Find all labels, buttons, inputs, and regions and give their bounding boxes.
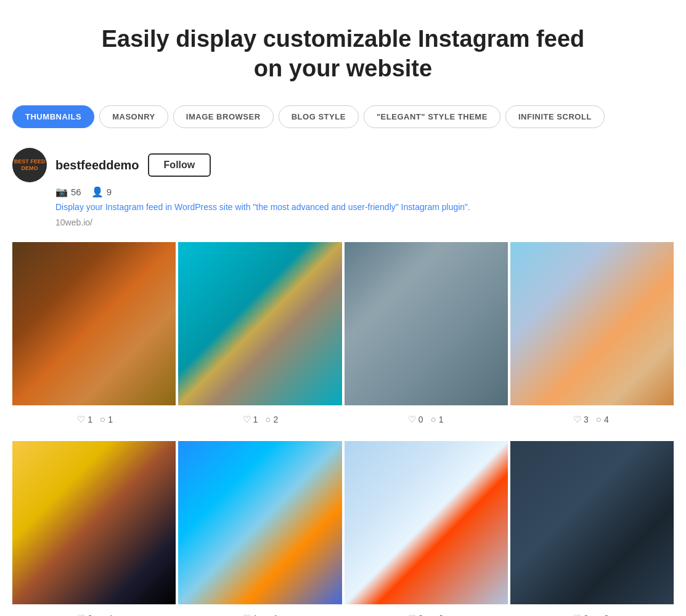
likes-door: ♡ 0	[77, 613, 92, 616]
image-boat[interactable]	[178, 441, 341, 604]
heart-icon: ♡	[408, 613, 416, 616]
image-surfer[interactable]	[510, 242, 674, 405]
likes-teapot-value: 0	[584, 614, 589, 616]
follower-count: 👤 9	[91, 186, 112, 198]
comment-icon: ○	[100, 414, 105, 424]
likes-surfer: ♡ 3	[573, 414, 589, 425]
likes-climbing: ♡ 0	[408, 613, 423, 616]
likes-pumpkin: ♡ 1	[77, 414, 92, 425]
follower-count-value: 9	[107, 187, 112, 197]
heart-icon: ♡	[408, 414, 416, 425]
stats-boat: ♡ 1 ○ 1	[178, 607, 343, 616]
likes-surfer-value: 3	[584, 415, 589, 424]
camera-icon: 📷	[55, 186, 68, 198]
stats-surfer: ♡ 3 ○ 4	[508, 408, 674, 431]
comment-icon: ○	[596, 614, 602, 616]
likes-building: ♡ 0	[408, 414, 423, 425]
stats-climbing: ♡ 0 ○ 0	[343, 607, 508, 616]
likes-pumpkin-value: 1	[88, 415, 92, 424]
likes-door-value: 0	[88, 614, 92, 616]
likes-teapot: ♡ 0	[573, 613, 589, 616]
stats-door: ♡ 0 ○ 4	[12, 607, 178, 616]
likes-climbing-value: 0	[419, 614, 423, 616]
comments-climbing-value: 0	[439, 614, 444, 616]
comments-building: ○ 1	[431, 414, 444, 424]
comments-boat: ○ 1	[265, 614, 278, 616]
profile-bio: Display your Instagram feed in WordPress…	[55, 201, 674, 214]
comments-aerial-value: 2	[273, 415, 278, 424]
heart-icon: ♡	[573, 613, 581, 616]
comments-door-value: 4	[108, 614, 113, 616]
image-grid-row1	[12, 242, 674, 405]
heart-icon: ♡	[243, 414, 251, 425]
comment-icon: ○	[431, 614, 436, 616]
image-pumpkin[interactable]	[12, 242, 176, 405]
image-aerial[interactable]	[178, 242, 341, 405]
stats-pumpkin: ♡ 1 ○ 1	[12, 408, 178, 431]
avatar: BEST FEED DEMO	[12, 148, 47, 182]
photo-count-value: 56	[71, 187, 81, 197]
comments-teapot-value: 0	[604, 614, 609, 616]
tabs-row: THUMBNAILS MASONRY IMAGE BROWSER BLOG ST…	[12, 105, 674, 128]
profile-stats: 📷 56 👤 9	[55, 186, 674, 198]
comments-door: ○ 4	[100, 614, 113, 616]
comments-surfer: ○ 4	[596, 414, 609, 424]
comment-icon: ○	[265, 414, 271, 424]
image-grid-row2	[12, 441, 674, 604]
tab-masonry[interactable]: MASONRY	[99, 105, 168, 128]
page-wrapper: Easily display customizable Instagram fe…	[0, 0, 686, 616]
stats-aerial: ♡ 1 ○ 2	[178, 408, 343, 431]
tab-elegant-style[interactable]: "ELEGANT" STYLE THEME	[364, 105, 500, 128]
comments-climbing: ○ 0	[431, 614, 444, 616]
heart-icon: ♡	[573, 414, 581, 425]
comment-icon: ○	[265, 614, 271, 616]
likes-aerial: ♡ 1	[243, 414, 258, 425]
comments-aerial: ○ 2	[265, 414, 278, 424]
comments-surfer-value: 4	[604, 415, 609, 424]
image-climbing[interactable]	[345, 441, 508, 604]
comment-icon: ○	[431, 414, 436, 424]
heart-icon: ♡	[77, 613, 85, 616]
tab-image-browser[interactable]: IMAGE BROWSER	[173, 105, 274, 128]
profile-row: BEST FEED DEMO bestfeeddemo Follow	[12, 148, 674, 182]
comments-building-value: 1	[439, 415, 444, 424]
likes-aerial-value: 1	[253, 415, 258, 424]
tab-infinite-scroll[interactable]: INFINITE SCROLL	[505, 105, 605, 128]
likes-boat: ♡ 1	[243, 613, 258, 616]
tab-blog-style[interactable]: BLOG STYLE	[279, 105, 359, 128]
profile-section: BEST FEED DEMO bestfeeddemo Follow 📷 56 …	[12, 148, 674, 227]
image-building[interactable]	[345, 242, 508, 405]
heart-icon: ♡	[243, 613, 251, 616]
profile-url: 10web.io/	[55, 217, 674, 227]
likes-building-value: 0	[419, 415, 423, 424]
heart-icon: ♡	[77, 414, 85, 425]
photo-count: 📷 56	[55, 186, 81, 198]
tab-thumbnails[interactable]: THUMBNAILS	[12, 105, 94, 128]
comment-icon: ○	[596, 414, 602, 424]
image-teapot[interactable]	[510, 441, 674, 604]
people-icon: 👤	[91, 186, 104, 198]
comments-boat-value: 1	[273, 614, 278, 616]
comment-icon: ○	[100, 614, 105, 616]
stats-teapot: ♡ 0 ○ 0	[508, 607, 674, 616]
stats-row2: ♡ 0 ○ 4 ♡ 1 ○ 1 ♡ 0 ○	[12, 607, 674, 616]
stats-building: ♡ 0 ○ 1	[343, 408, 508, 431]
comments-pumpkin-value: 1	[108, 415, 113, 424]
comments-pumpkin: ○ 1	[100, 414, 113, 424]
comments-teapot: ○ 0	[596, 614, 609, 616]
stats-row1: ♡ 1 ○ 1 ♡ 1 ○ 2 ♡ 0 ○	[12, 408, 674, 431]
likes-boat-value: 1	[253, 614, 258, 616]
follow-button[interactable]: Follow	[148, 153, 211, 177]
image-door[interactable]	[12, 441, 176, 604]
avatar-text: BEST FEED DEMO	[14, 158, 46, 172]
profile-username: bestfeeddemo	[55, 158, 139, 172]
hero-title: Easily display customizable Instagram fe…	[12, 25, 674, 83]
